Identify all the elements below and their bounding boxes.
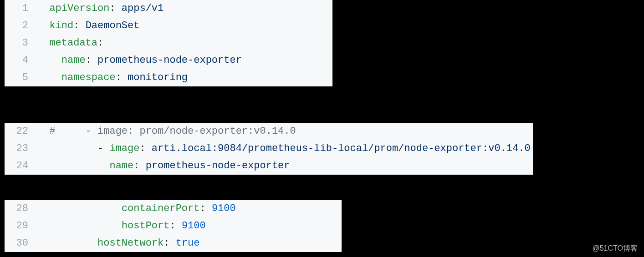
code-line: 28 containerPort: 9100: [5, 200, 342, 217]
line-content: hostNetwork: true: [37, 235, 199, 252]
line-number: 3: [5, 35, 37, 52]
code-line: 5 namespace: monitoring: [5, 69, 332, 86]
line-number: 29: [5, 217, 37, 235]
line-number: 22: [5, 123, 37, 140]
line-content: kind: DaemonSet: [37, 17, 139, 35]
code-block-2: 22 # - image: prom/node-exporter:v0.14.0…: [5, 123, 533, 175]
code-line: 1 apiVersion: apps/v1: [5, 0, 332, 17]
line-number: 24: [5, 157, 37, 175]
code-line: 30 hostNetwork: true: [5, 235, 342, 252]
line-number: 5: [5, 69, 37, 86]
line-content: containerPort: 9100: [37, 200, 236, 217]
line-content: apiVersion: apps/v1: [37, 0, 164, 17]
line-number: 30: [5, 235, 37, 252]
code-block-3: 28 containerPort: 910029 hostPort: 91003…: [5, 200, 342, 252]
line-number: 4: [5, 52, 37, 69]
line-content: name: prometheus-node-exporter: [37, 157, 290, 175]
line-content: # - image: prom/node-exporter:v0.14.0: [37, 123, 296, 140]
line-content: name: prometheus-node-exporter: [37, 52, 242, 69]
code-line: 29 hostPort: 9100: [5, 217, 342, 235]
line-content: - image: arti.local:9084/prometheus-lib-…: [37, 140, 531, 157]
code-line: 23 - image: arti.local:9084/prometheus-l…: [5, 140, 533, 157]
code-line: 4 name: prometheus-node-exporter: [5, 52, 332, 69]
line-content: metadata:: [37, 35, 103, 52]
code-line: 2 kind: DaemonSet: [5, 17, 332, 35]
line-number: 23: [5, 140, 37, 157]
watermark: @51CTO博客: [592, 244, 638, 253]
line-number: 1: [5, 0, 37, 17]
code-line: 24 name: prometheus-node-exporter: [5, 157, 533, 175]
line-content: namespace: monitoring: [37, 69, 188, 86]
code-line: 22 # - image: prom/node-exporter:v0.14.0: [5, 123, 533, 140]
line-number: 28: [5, 200, 37, 217]
code-block-1: 1 apiVersion: apps/v12 kind: DaemonSet3 …: [5, 0, 332, 86]
line-content: hostPort: 9100: [37, 217, 206, 235]
code-line: 3 metadata:: [5, 35, 332, 52]
line-number: 2: [5, 17, 37, 35]
